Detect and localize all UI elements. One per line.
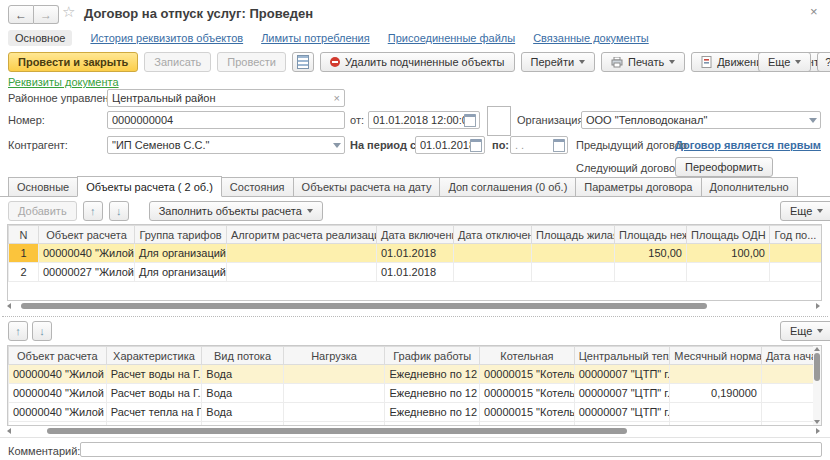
counterparty-field xyxy=(107,136,345,154)
comment-field xyxy=(80,442,822,457)
district-field: × xyxy=(107,89,345,107)
objects-header-row[interactable]: NОбъект расчета Группа тарифовАлгоритм р… xyxy=(9,226,822,244)
prev-contract-link[interactable]: Договор является первым xyxy=(675,139,821,151)
scrollbar-thumb[interactable] xyxy=(814,353,820,381)
forward-icon: → xyxy=(40,8,52,22)
journal-stack-icon xyxy=(297,55,309,69)
command-bar: Провести и закрыть Записать Провести Уда… xyxy=(8,52,830,72)
period-from-label: На период с: xyxy=(350,139,420,151)
nav-link-related-documents[interactable]: Связанные документы xyxy=(533,32,649,44)
tab-agreements[interactable]: Доп соглашения (0 об.) xyxy=(439,177,576,196)
flows-vscrollbar[interactable] xyxy=(813,346,821,425)
requisites-link[interactable]: Реквизиты документа xyxy=(8,76,119,88)
delete-subordinate-button[interactable]: Удалить подчиненные объекты xyxy=(320,52,515,72)
scrollbar-thumb[interactable] xyxy=(47,428,627,434)
scroll-left-icon[interactable] xyxy=(7,428,11,434)
calendar-icon[interactable] xyxy=(464,111,476,129)
write-button[interactable]: Записать xyxy=(144,52,211,72)
table-row[interactable]: 200000027 "Жилой ... Для организаций в р… xyxy=(9,263,822,282)
tab-calc-objects[interactable]: Объекты расчета ( 2 об.) xyxy=(77,176,222,197)
date-from-label: от: xyxy=(350,114,364,126)
chevron-down-icon xyxy=(307,209,313,213)
fill-objects-button[interactable]: Заполнить объекты расчета xyxy=(149,201,323,221)
move-up-button[interactable]: ↑ xyxy=(83,201,103,221)
tab-basic[interactable]: Основные xyxy=(8,177,78,196)
back-button[interactable]: ← xyxy=(8,5,34,24)
calendar-icon[interactable] xyxy=(553,136,565,154)
delete-red-icon xyxy=(330,57,340,67)
forward-button[interactable]: → xyxy=(34,5,59,24)
favorite-star-icon[interactable]: ☆ xyxy=(62,3,75,21)
goto-button[interactable]: Перейти xyxy=(521,52,596,72)
copy-button[interactable] xyxy=(292,52,314,72)
document-window: ← → ☆ Договор на отпуск услуг: Проведен … xyxy=(0,0,830,460)
chevron-down-icon xyxy=(669,60,675,64)
empty-picture-box xyxy=(487,106,511,136)
period-from-field xyxy=(415,136,485,154)
prev-contract-label: Предыдущий договор xyxy=(576,139,687,151)
number-label: Номер: xyxy=(8,114,45,126)
add-button[interactable]: Добавить xyxy=(8,201,77,221)
flows-table: Объект расчетаХарактеристика Вид потокаН… xyxy=(8,346,821,426)
splitter[interactable] xyxy=(2,316,828,317)
scroll-up-icon[interactable] xyxy=(814,347,820,351)
table-row[interactable]: 00000040 "Жилой ...Расчет тепла на Г... … xyxy=(9,403,821,422)
flows-more-button[interactable]: Еще xyxy=(780,321,830,341)
nav-tab-main[interactable]: Основное xyxy=(8,30,72,46)
objects-more-button[interactable]: Еще xyxy=(780,201,830,221)
tab-states[interactable]: Состояния xyxy=(221,177,294,196)
scroll-right-icon[interactable] xyxy=(816,428,820,434)
scroll-right-icon[interactable] xyxy=(816,303,820,309)
tab-contract-params[interactable]: Параметры договора xyxy=(575,177,701,196)
objects-toolbar: Добавить ↑ ↓ Заполнить объекты расчета xyxy=(8,201,323,221)
reissue-button[interactable]: Переоформить xyxy=(675,157,773,177)
arrow-down-icon: ↓ xyxy=(116,205,122,217)
counterparty-input[interactable] xyxy=(107,136,345,154)
table-row[interactable]: 00000040 "Жилой ...Расчет воды на Г... В… xyxy=(9,365,821,384)
select-icon[interactable] xyxy=(333,136,341,154)
nav-link-limits[interactable]: Лимиты потребления xyxy=(261,32,370,44)
tab-additional[interactable]: Дополнительно xyxy=(701,177,798,196)
chevron-down-icon xyxy=(817,209,823,213)
comment-label: Комментарий: xyxy=(8,445,80,457)
chevron-down-icon xyxy=(579,60,585,64)
select-icon[interactable] xyxy=(809,111,817,129)
organization-input[interactable] xyxy=(581,111,821,129)
flows-header-row[interactable]: Объект расчетаХарактеристика Вид потокаН… xyxy=(9,347,821,365)
comment-input[interactable] xyxy=(80,442,822,457)
period-to-field xyxy=(510,136,568,154)
move-up-button[interactable]: ↑ xyxy=(8,321,28,341)
nav-link-attached-files[interactable]: Присоединенные файлы xyxy=(388,32,515,44)
chevron-down-icon xyxy=(795,60,801,64)
window-title: Договор на отпуск услуг: Проведен xyxy=(84,6,313,21)
flows-table-region: Объект расчетаХарактеристика Вид потокаН… xyxy=(7,345,822,426)
arrow-up-icon: ↑ xyxy=(90,205,96,217)
organization-label: Организация: xyxy=(517,114,586,126)
objects-hscrollbar[interactable] xyxy=(7,301,820,311)
scroll-down-icon[interactable] xyxy=(814,420,820,424)
divider xyxy=(0,437,830,438)
help-button[interactable]: ? xyxy=(817,52,830,72)
close-button[interactable]: × xyxy=(810,4,818,19)
move-down-button[interactable]: ↓ xyxy=(32,321,52,341)
district-input[interactable] xyxy=(107,89,345,107)
organization-field xyxy=(581,111,821,129)
table-row[interactable]: 00000040 "Жилой ...Расчет воды на Г... В… xyxy=(9,384,821,403)
number-input[interactable] xyxy=(107,111,345,129)
flows-toolbar: ↑ ↓ xyxy=(8,321,52,341)
flows-hscrollbar[interactable] xyxy=(7,426,820,436)
move-down-button[interactable]: ↓ xyxy=(109,201,129,221)
tab-calc-objects-on-date[interactable]: Объекты расчета на дату xyxy=(293,177,441,196)
calendar-icon[interactable] xyxy=(470,136,482,154)
objects-table: NОбъект расчета Группа тарифовАлгоритм р… xyxy=(8,225,822,282)
arrow-up-icon: ↑ xyxy=(15,325,21,337)
clear-icon[interactable]: × xyxy=(334,89,340,107)
more-button-top[interactable]: Еще xyxy=(758,52,811,72)
print-button[interactable]: Печать xyxy=(601,52,685,72)
scroll-left-icon[interactable] xyxy=(7,303,11,309)
nav-link-history[interactable]: История реквизитов объектов xyxy=(90,32,243,44)
post-button[interactable]: Провести xyxy=(217,52,286,72)
post-and-close-button[interactable]: Провести и закрыть xyxy=(8,52,138,72)
scrollbar-thumb[interactable] xyxy=(21,303,707,309)
table-row[interactable]: 100000040 "Жилой ... Для организаций в р… xyxy=(9,244,822,263)
